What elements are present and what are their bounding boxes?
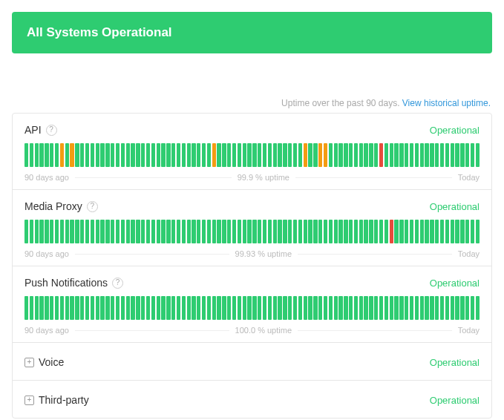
- uptime-day-bar[interactable]: [45, 143, 48, 167]
- help-icon[interactable]: ?: [112, 278, 123, 289]
- uptime-day-bar[interactable]: [227, 296, 231, 320]
- uptime-day-bar[interactable]: [445, 220, 449, 243]
- uptime-day-bar[interactable]: [430, 143, 433, 167]
- uptime-day-bar[interactable]: [197, 143, 200, 167]
- uptime-day-bar[interactable]: [141, 220, 145, 243]
- uptime-day-bar[interactable]: [39, 220, 43, 243]
- uptime-day-bar[interactable]: [263, 143, 266, 167]
- uptime-day-bar[interactable]: [35, 143, 39, 167]
- uptime-day-bar[interactable]: [258, 296, 261, 320]
- uptime-day-bar[interactable]: [374, 143, 378, 167]
- uptime-day-bar[interactable]: [187, 296, 191, 320]
- uptime-day-bar[interactable]: [415, 143, 419, 167]
- uptime-day-bar[interactable]: [308, 220, 312, 243]
- uptime-day-bar[interactable]: [283, 220, 287, 243]
- uptime-day-bar[interactable]: [238, 143, 241, 167]
- uptime-day-bar[interactable]: [146, 143, 150, 167]
- uptime-day-bar[interactable]: [192, 143, 195, 167]
- uptime-day-bar[interactable]: [465, 143, 469, 167]
- uptime-day-bar[interactable]: [334, 220, 338, 243]
- uptime-day-bar[interactable]: [298, 296, 302, 320]
- uptime-day-bar[interactable]: [410, 296, 413, 320]
- uptime-day-bar[interactable]: [440, 220, 444, 243]
- uptime-day-bar[interactable]: [202, 143, 206, 167]
- uptime-day-bar[interactable]: [131, 296, 134, 320]
- uptime-day-bar[interactable]: [359, 143, 363, 167]
- uptime-day-bar[interactable]: [354, 220, 358, 243]
- uptime-day-bar[interactable]: [177, 296, 180, 320]
- uptime-day-bar[interactable]: [394, 143, 398, 167]
- uptime-day-bar[interactable]: [390, 296, 393, 320]
- uptime-day-bar[interactable]: [354, 143, 358, 167]
- uptime-day-bar[interactable]: [405, 143, 408, 167]
- uptime-day-bar[interactable]: [425, 296, 428, 320]
- uptime-day-bar[interactable]: [70, 296, 73, 320]
- uptime-day-bar[interactable]: [247, 220, 251, 243]
- uptime-day-bar[interactable]: [374, 220, 378, 243]
- uptime-day-bar[interactable]: [258, 143, 261, 167]
- uptime-day-bar[interactable]: [116, 296, 120, 320]
- uptime-day-bar[interactable]: [278, 143, 281, 167]
- uptime-day-bar[interactable]: [369, 296, 373, 320]
- uptime-day-bar[interactable]: [96, 220, 99, 243]
- uptime-day-bar[interactable]: [278, 220, 281, 243]
- uptime-day-bar[interactable]: [146, 296, 150, 320]
- uptime-day-bar[interactable]: [227, 220, 231, 243]
- uptime-day-bar[interactable]: [273, 143, 277, 167]
- uptime-day-bar[interactable]: [258, 220, 261, 243]
- uptime-day-bar[interactable]: [177, 143, 180, 167]
- uptime-day-bar[interactable]: [30, 143, 33, 167]
- uptime-day-bar[interactable]: [344, 220, 347, 243]
- uptime-day-bar[interactable]: [126, 220, 130, 243]
- uptime-day-bar[interactable]: [232, 143, 236, 167]
- uptime-day-bar[interactable]: [232, 296, 236, 320]
- uptime-day-bar[interactable]: [136, 220, 140, 243]
- uptime-day-bar[interactable]: [273, 296, 277, 320]
- uptime-day-bar[interactable]: [425, 220, 428, 243]
- uptime-day-bar[interactable]: [60, 143, 64, 167]
- uptime-day-bar[interactable]: [440, 143, 444, 167]
- uptime-day-bar[interactable]: [161, 220, 165, 243]
- uptime-day-bar[interactable]: [217, 143, 220, 167]
- uptime-day-bar[interactable]: [151, 143, 155, 167]
- uptime-day-bar[interactable]: [136, 296, 140, 320]
- uptime-day-bar[interactable]: [304, 296, 307, 320]
- uptime-day-bar[interactable]: [121, 296, 125, 320]
- uptime-day-bar[interactable]: [344, 143, 347, 167]
- uptime-day-bar[interactable]: [197, 220, 200, 243]
- uptime-day-bar[interactable]: [70, 220, 73, 243]
- uptime-day-bar[interactable]: [364, 143, 367, 167]
- uptime-day-bar[interactable]: [384, 296, 388, 320]
- uptime-day-bar[interactable]: [80, 220, 84, 243]
- uptime-day-bar[interactable]: [298, 143, 302, 167]
- uptime-day-bar[interactable]: [157, 296, 160, 320]
- uptime-day-bar[interactable]: [131, 143, 134, 167]
- uptime-day-bar[interactable]: [202, 220, 206, 243]
- uptime-day-bar[interactable]: [227, 143, 231, 167]
- uptime-day-bar[interactable]: [460, 143, 464, 167]
- uptime-day-bar[interactable]: [35, 296, 39, 320]
- uptime-day-bar[interactable]: [55, 143, 59, 167]
- uptime-day-bar[interactable]: [384, 220, 388, 243]
- uptime-day-bar[interactable]: [471, 143, 474, 167]
- uptime-day-bar[interactable]: [359, 220, 363, 243]
- uptime-day-bar[interactable]: [465, 296, 469, 320]
- uptime-day-bar[interactable]: [415, 296, 419, 320]
- uptime-day-bar[interactable]: [171, 143, 175, 167]
- uptime-day-bar[interactable]: [126, 296, 130, 320]
- uptime-day-bar[interactable]: [379, 220, 383, 243]
- uptime-day-bar[interactable]: [212, 296, 216, 320]
- uptime-day-bar[interactable]: [263, 296, 266, 320]
- uptime-day-bar[interactable]: [288, 143, 292, 167]
- uptime-day-bar[interactable]: [324, 220, 327, 243]
- uptime-day-bar[interactable]: [207, 143, 211, 167]
- uptime-day-bar[interactable]: [222, 220, 226, 243]
- uptime-day-bar[interactable]: [35, 220, 39, 243]
- uptime-day-bar[interactable]: [451, 220, 454, 243]
- uptime-day-bar[interactable]: [39, 143, 43, 167]
- uptime-day-bar[interactable]: [243, 143, 246, 167]
- uptime-day-bar[interactable]: [80, 296, 84, 320]
- uptime-day-bar[interactable]: [24, 220, 28, 243]
- uptime-day-bar[interactable]: [161, 143, 165, 167]
- uptime-day-bar[interactable]: [146, 220, 150, 243]
